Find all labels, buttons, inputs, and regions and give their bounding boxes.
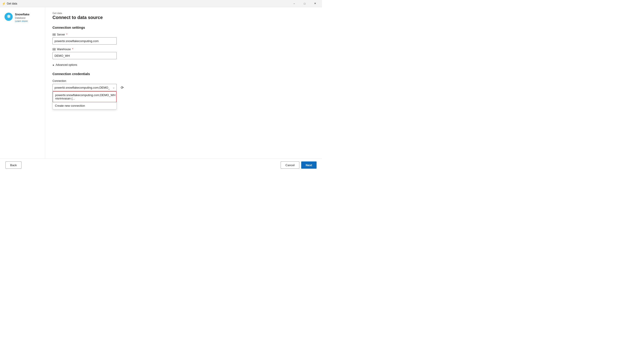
dropdown-item-existing[interactable]: powerbi.snowflakecomputing.com;DEMO_WH n… (53, 91, 116, 102)
sidebar-item-type: Database (15, 16, 30, 19)
server-label-text: Server (57, 33, 65, 36)
svg-point-9 (55, 50, 55, 50)
footer: Back Cancel Next (0, 158, 322, 172)
main-container: ❄ Snowflake Database Learn more Get data… (0, 7, 322, 158)
warehouse-required: * (72, 48, 73, 51)
server-icon (52, 33, 56, 36)
connection-settings-section: Connection settings Server * (52, 26, 315, 68)
connection-dropdown-menu: powerbi.snowflakecomputing.com;DEMO_WH n… (52, 91, 117, 110)
advanced-options-toggle[interactable]: ► Advanced options (52, 62, 315, 68)
back-button[interactable]: Back (6, 162, 22, 169)
svg-point-5 (55, 35, 55, 35)
sidebar: ❄ Snowflake Database Learn more (0, 7, 45, 158)
learn-more-link[interactable]: Learn more (15, 20, 30, 22)
title-bar-controls: − □ ✕ (289, 0, 320, 7)
warehouse-field-group: Warehouse * (52, 48, 315, 59)
connection-settings-title: Connection settings (52, 26, 315, 30)
connection-credentials-section: Connection credentials Connection powerb… (52, 72, 315, 91)
connection-row: powerbi.snowflakecomputing.com;DEMO_WH n… (52, 84, 315, 91)
title-bar-left: ⚡ Get data (2, 2, 17, 6)
connection-label: Connection (52, 79, 315, 82)
warehouse-icon (52, 48, 56, 51)
warehouse-label-text: Warehouse (57, 48, 71, 51)
svg-point-8 (55, 48, 55, 49)
connection-select[interactable]: powerbi.snowflakecomputing.com;DEMO_WH n… (52, 84, 117, 91)
server-field-group: Server * (52, 33, 315, 44)
snowflake-icon: ❄ (4, 13, 13, 21)
page-subtitle: Get data (52, 12, 315, 14)
page-title: Connect to data source (52, 15, 315, 20)
cancel-button[interactable]: Cancel (280, 162, 299, 169)
footer-right: Cancel Next (280, 162, 316, 169)
content-area: Get data Connect to data source Connecti… (45, 7, 322, 158)
close-button[interactable]: ✕ (310, 0, 320, 7)
sidebar-item-name: Snowflake (15, 13, 30, 16)
footer-left: Back (6, 162, 22, 169)
refresh-icon: ⟳ (121, 86, 124, 90)
page-header: Get data Connect to data source (52, 12, 315, 20)
sidebar-item-info: Snowflake Database Learn more (15, 13, 30, 22)
chevron-right-icon: ► (52, 64, 55, 66)
sidebar-snowflake-item: ❄ Snowflake Database Learn more (3, 11, 42, 24)
connection-select-wrapper: powerbi.snowflakecomputing.com;DEMO_WH n… (52, 84, 117, 91)
next-button[interactable]: Next (301, 162, 316, 169)
refresh-button[interactable]: ⟳ (118, 84, 126, 91)
title-bar: ⚡ Get data − □ ✕ (0, 0, 322, 7)
minimize-button[interactable]: − (289, 0, 300, 7)
svg-point-4 (55, 34, 55, 34)
warehouse-label: Warehouse * (52, 48, 315, 51)
advanced-options-label: Advanced options (56, 63, 77, 66)
dropdown-item-create-new[interactable]: Create new connection (53, 102, 116, 109)
server-required: * (66, 33, 68, 36)
svg-text:❄: ❄ (7, 14, 11, 19)
connection-credentials-title: Connection credentials (52, 72, 315, 76)
warehouse-input[interactable] (52, 52, 117, 59)
title-bar-text: Get data (7, 2, 17, 5)
app-icon: ⚡ (2, 2, 6, 6)
server-label: Server * (52, 33, 315, 36)
maximize-button[interactable]: □ (300, 0, 310, 7)
server-input[interactable] (52, 37, 117, 44)
